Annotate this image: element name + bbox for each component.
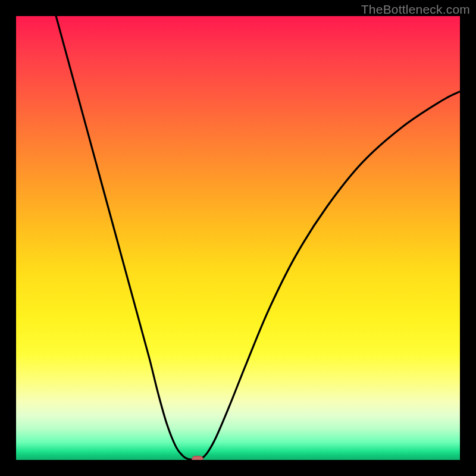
optimum-marker (192, 456, 203, 460)
chart-frame: TheBottleneck.com (0, 0, 476, 476)
bottleneck-curve (16, 16, 460, 460)
watermark-text: TheBottleneck.com (361, 2, 470, 17)
plot-area (16, 16, 460, 460)
